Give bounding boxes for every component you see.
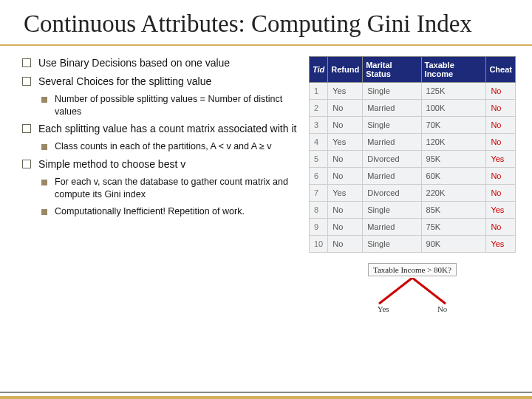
table-row: 9NoMarried75KNo xyxy=(310,218,516,235)
bullet-1: Use Binary Decisions based on one value xyxy=(22,56,303,70)
cell-tid: 7 xyxy=(310,184,328,201)
cell-cheat: No xyxy=(486,218,516,235)
cell-cheat: No xyxy=(486,116,516,133)
th-income: Taxable Income xyxy=(421,56,486,82)
table-body: 1YesSingle125KNo2NoMarried100KNo3NoSingl… xyxy=(310,82,516,252)
square-bullet-icon xyxy=(22,160,31,168)
cell-tid: 1 xyxy=(310,82,328,99)
cell-marital: Single xyxy=(363,235,421,252)
cell-tid: 2 xyxy=(310,99,328,116)
bullet-4-2: Computationally Inefficient! Repetition … xyxy=(41,205,303,218)
bullet-4-1: For each v, scan the database to gather … xyxy=(41,176,303,201)
table-row: 3NoSingle70KNo xyxy=(310,116,516,133)
cell-refund: Yes xyxy=(328,82,363,99)
data-table: Tid Refund Marital Status Taxable Income… xyxy=(309,56,516,253)
table-column: Tid Refund Marital Status Taxable Income… xyxy=(309,56,516,322)
table-row: 4YesMarried120KNo xyxy=(310,133,516,150)
cell-tid: 5 xyxy=(310,150,328,167)
cell-refund: Yes xyxy=(328,184,363,201)
cell-income: 70K xyxy=(421,116,486,133)
cell-marital: Married xyxy=(363,167,421,184)
cell-marital: Single xyxy=(363,116,421,133)
bullet-text: Use Binary Decisions based on one value xyxy=(38,56,230,70)
cell-cheat: No xyxy=(486,82,516,99)
cell-tid: 3 xyxy=(310,116,328,133)
bullet-2-1: Number of possible splitting values = Nu… xyxy=(41,93,303,118)
cell-tid: 10 xyxy=(310,235,328,252)
cell-cheat: No xyxy=(486,167,516,184)
th-refund: Refund xyxy=(328,56,363,82)
cell-cheat: No xyxy=(486,184,516,201)
cell-income: 120K xyxy=(421,133,486,150)
cell-marital: Married xyxy=(363,218,421,235)
bullet-text: Computationally Inefficient! Repetition … xyxy=(55,205,245,218)
table-header-row: Tid Refund Marital Status Taxable Income… xyxy=(310,56,516,82)
cell-refund: No xyxy=(328,218,363,235)
cell-income: 75K xyxy=(421,218,486,235)
bullet-3: Each splitting value has a count matrix … xyxy=(22,122,303,136)
th-marital: Marital Status xyxy=(363,56,421,82)
cell-income: 125K xyxy=(421,82,486,99)
th-tid: Tid xyxy=(310,56,328,82)
sub-bullet-icon xyxy=(41,144,47,150)
cell-income: 60K xyxy=(421,167,486,184)
cell-refund: No xyxy=(328,150,363,167)
cell-tid: 9 xyxy=(310,218,328,235)
cell-cheat: No xyxy=(486,133,516,150)
bullet-4: Simple method to choose best v xyxy=(22,157,303,171)
cell-tid: 8 xyxy=(310,201,328,218)
cell-income: 95K xyxy=(421,150,486,167)
cell-refund: No xyxy=(328,116,363,133)
cell-refund: No xyxy=(328,167,363,184)
table-row: 7YesDivorced220KNo xyxy=(310,184,516,201)
cell-refund: No xyxy=(328,201,363,218)
bullet-text: Simple method to choose best v xyxy=(38,157,185,171)
bullet-2: Several Choices for the splitting value xyxy=(22,75,303,89)
table-row: 2NoMarried100KNo xyxy=(310,99,516,116)
cell-cheat: Yes xyxy=(486,201,516,218)
decision-tree: Taxable Income > 80K? Yes No xyxy=(309,263,516,322)
cell-marital: Single xyxy=(363,201,421,218)
bullet-text: Each splitting value has a count matrix … xyxy=(38,122,296,136)
content-area: Use Binary Decisions based on one value … xyxy=(0,46,532,322)
cell-cheat: No xyxy=(486,99,516,116)
cell-marital: Single xyxy=(363,82,421,99)
cell-cheat: Yes xyxy=(486,235,516,252)
cell-refund: No xyxy=(328,235,363,252)
bullet-3-1: Class counts in each of the partitions, … xyxy=(41,140,303,153)
cell-income: 220K xyxy=(421,184,486,201)
tree-root-node: Taxable Income > 80K? xyxy=(368,263,457,276)
cell-marital: Divorced xyxy=(363,184,421,201)
svg-line-1 xyxy=(412,278,446,304)
tree-leaf-no: No xyxy=(437,304,447,313)
bullet-text: Number of possible splitting values = Nu… xyxy=(55,93,303,118)
slide-title: Continuous Attributes: Computing Gini In… xyxy=(0,0,532,46)
cell-marital: Married xyxy=(363,99,421,116)
bullet-text: For each v, scan the database to gather … xyxy=(55,176,303,201)
square-bullet-icon xyxy=(22,77,31,86)
table-row: 8NoSingle85KYes xyxy=(310,201,516,218)
square-bullet-icon xyxy=(22,124,31,133)
sub-bullet-icon xyxy=(41,209,47,215)
cell-refund: Yes xyxy=(328,133,363,150)
table-row: 1YesSingle125KNo xyxy=(310,82,516,99)
bullet-column: Use Binary Decisions based on one value … xyxy=(22,56,303,322)
th-cheat: Cheat xyxy=(486,56,516,82)
cell-income: 85K xyxy=(421,201,486,218)
square-bullet-icon xyxy=(22,58,31,67)
cell-tid: 6 xyxy=(310,167,328,184)
cell-income: 100K xyxy=(421,99,486,116)
bullet-text: Class counts in each of the partitions, … xyxy=(55,140,272,153)
svg-line-0 xyxy=(379,278,412,304)
tree-branches-icon xyxy=(309,278,516,307)
cell-income: 90K xyxy=(421,235,486,252)
cell-cheat: Yes xyxy=(486,150,516,167)
tree-leaf-yes: Yes xyxy=(378,304,389,313)
table-row: 10NoSingle90KYes xyxy=(310,235,516,252)
cell-refund: No xyxy=(328,99,363,116)
table-row: 6NoMarried60KNo xyxy=(310,167,516,184)
cell-tid: 4 xyxy=(310,133,328,150)
sub-bullet-icon xyxy=(41,97,47,103)
sub-bullet-icon xyxy=(41,180,47,185)
cell-marital: Married xyxy=(363,133,421,150)
